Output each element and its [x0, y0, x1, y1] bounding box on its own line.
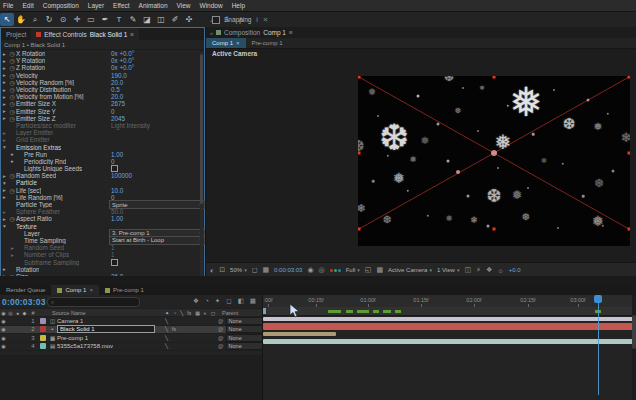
layer-bar-2[interactable] [263, 323, 633, 330]
menu-effect[interactable]: Effect [113, 2, 130, 9]
fx-row-lights-unique-seeds[interactable]: Lights Unique Seeds [1, 165, 204, 172]
expander-icon[interactable]: ▸ [1, 108, 8, 114]
frame-blending-icon[interactable]: ◻ [226, 297, 231, 305]
stopwatch-icon[interactable]: ◷ [8, 86, 16, 93]
stopwatch-icon[interactable]: ◷ [8, 64, 16, 71]
menu-edit[interactable]: Edit [22, 2, 33, 9]
expander-icon[interactable]: ▸ [1, 115, 8, 121]
expander-icon[interactable]: ▸ [1, 209, 8, 215]
pick-whip-icon[interactable]: @ [218, 326, 224, 332]
eye-icon[interactable]: ◉ [0, 318, 7, 324]
fx-row-particle-type[interactable]: Particle TypeSprite▾ [1, 201, 204, 208]
label-color-chip[interactable] [40, 326, 46, 332]
panel-menu-icon[interactable]: ≡ [130, 31, 134, 38]
rotation-tool[interactable]: ↻ [42, 13, 56, 26]
eye-icon[interactable]: ◉ [0, 326, 7, 332]
work-area-bar[interactable] [263, 307, 633, 316]
fx-row-grid-emitter[interactable]: ▸Grid Emitter [1, 136, 204, 143]
reset-exposure-icon[interactable]: ☼ [497, 267, 503, 274]
expander-icon[interactable]: ▸ [1, 101, 8, 107]
layer-bar-3[interactable] [263, 332, 336, 336]
expander-icon[interactable]: ▸ [1, 187, 8, 193]
panel-collapse-icon[interactable]: « [210, 30, 213, 36]
switch-icon[interactable]: ╲ [165, 326, 168, 332]
menu-animation[interactable]: Animation [139, 2, 168, 9]
viewer-timecode[interactable]: 0:00:03:03 [274, 267, 302, 273]
comp-panel-menu-icon[interactable]: ≡ [289, 29, 293, 36]
transparency-grid-icon[interactable]: ▩ [376, 266, 383, 274]
fast-previews-icon[interactable]: ⚡ [476, 266, 481, 274]
magnification-dropdown[interactable]: 50%▾ [230, 267, 247, 273]
stopwatch-icon[interactable]: ◷ [8, 72, 16, 79]
switch-icon[interactable]: ╲ [165, 335, 168, 341]
fx-row-particle[interactable]: ▾Particle [1, 179, 204, 186]
expander-icon[interactable]: ▸ [1, 216, 8, 222]
expander-icon[interactable]: ▸ [1, 194, 8, 200]
fx-row-aspect-ratio[interactable]: ▸◷Aspect Ratio1.00 [1, 215, 204, 222]
tab-project[interactable]: Project [1, 28, 31, 40]
composition-tab-name[interactable]: Comp 1 [263, 29, 286, 36]
expander-icon[interactable]: ▸ [9, 245, 16, 251]
monitor-icon[interactable]: ⊡ [219, 266, 225, 274]
fx-row-velocity[interactable]: ▸◷Velocity190.0 [1, 72, 204, 79]
property-value[interactable]: 2045 [111, 115, 125, 122]
graph-editor-icon[interactable]: ▦ [250, 297, 256, 305]
menu-help[interactable]: Help [232, 2, 245, 9]
brush-tool[interactable]: ✎ [126, 13, 140, 26]
viewer-tab-comp-1[interactable]: Comp 1× [206, 38, 246, 48]
property-value[interactable]: 0x +0.0° [111, 64, 134, 71]
close-icon[interactable]: × [89, 287, 93, 293]
close-icon[interactable]: × [236, 40, 240, 46]
safe-margins-icon[interactable]: ▦ [262, 266, 269, 274]
effect-panel-scrollbar[interactable] [200, 52, 203, 280]
zoom-tool[interactable]: ⌕ [28, 13, 42, 26]
layer-name-edit-field[interactable]: Black Solid 1 [57, 325, 155, 333]
expander-icon[interactable]: ▸ [1, 58, 8, 64]
stopwatch-icon[interactable]: ◷ [8, 79, 16, 86]
property-value[interactable]: 1 [111, 244, 115, 251]
layer-name[interactable]: 5355c5a173758.mov [57, 343, 113, 349]
snap-grid-icon[interactable]: ✕ [263, 16, 268, 24]
roto-brush-tool[interactable]: ✐ [168, 13, 182, 26]
fx-row-velocity-from-motion[interactable]: ▸◷Velocity from Motion [%]20.0 [1, 93, 204, 100]
menu-view[interactable]: View [177, 2, 191, 9]
fx-row-number-of-clips[interactable]: ▸Number of Clips1 [1, 251, 204, 258]
timeline-tab-pre-comp-1[interactable]: Pre-comp 1 [99, 285, 150, 295]
stopwatch-icon[interactable]: ◷ [8, 215, 16, 222]
property-value[interactable]: 1.00 [111, 151, 123, 158]
property-value[interactable]: 1 [111, 251, 115, 258]
work-area-start-handle[interactable] [263, 308, 266, 314]
menu-file[interactable]: File [3, 2, 13, 9]
fx-row-velocity-distribution[interactable]: ▸◷Velocity Distribution0.5 [1, 86, 204, 93]
layer-row-2[interactable]: ◉2▪Black Solid 1╲fx@None▾ [0, 326, 262, 335]
stopwatch-icon[interactable]: ◷ [8, 50, 16, 57]
fx-row-x-rotation[interactable]: ▸◷X Rotation0x +0.0° [1, 50, 204, 57]
shape-tool[interactable]: ▭ [84, 13, 98, 26]
fx-row-velocity-random[interactable]: ▸◷Velocity Random [%]20.0 [1, 79, 204, 86]
fx-row-sphere-feather[interactable]: ▸Sphere Feather50.0 [1, 208, 204, 215]
property-value[interactable]: 20.0 [111, 93, 123, 100]
expander-icon[interactable]: ▸ [1, 79, 8, 85]
property-value[interactable]: 0.5 [111, 86, 120, 93]
fx-row-time-sampling[interactable]: Time SamplingStart at Birth - Loop▾ [1, 237, 204, 244]
layer-name[interactable]: Pre-comp 1 [57, 335, 88, 341]
expander-icon[interactable]: ▸ [1, 94, 8, 100]
always-preview-icon[interactable]: ◐ [210, 267, 214, 274]
menu-layer[interactable]: Layer [88, 2, 104, 9]
type-tool[interactable]: T [112, 13, 126, 26]
property-value[interactable]: 100000 [111, 172, 132, 179]
exposure-value[interactable]: +0.0 [509, 267, 521, 273]
stopwatch-icon[interactable]: ◷ [8, 115, 16, 122]
fx-row-life-sec[interactable]: ▸◷Life [sec]10.0 [1, 187, 204, 194]
property-value[interactable]: 20.0 [111, 79, 123, 86]
expander-icon[interactable]: ▸ [1, 51, 8, 57]
puppet-pin-tool[interactable]: ✣ [182, 13, 196, 26]
eye-icon[interactable]: ◉ [0, 343, 7, 349]
fx-row-periodicity-rnd[interactable]: ▸Periodicity Rnd0 [1, 158, 204, 165]
property-value[interactable]: 10.0 [111, 187, 123, 194]
expander-icon[interactable]: ▾ [1, 144, 8, 150]
property-value[interactable]: 0x +0.0° [111, 50, 134, 57]
fx-row-emission-extras[interactable]: ▾Emission Extras [1, 143, 204, 150]
pick-whip-icon[interactable]: @ [218, 318, 224, 324]
switch-icon[interactable]: ╲ [165, 343, 168, 349]
